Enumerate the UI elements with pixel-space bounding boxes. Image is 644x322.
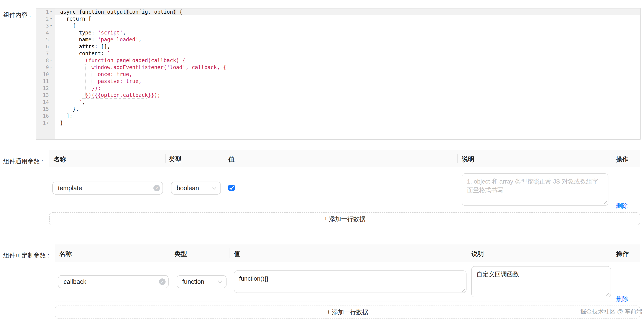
param-name-input[interactable] <box>58 275 168 288</box>
fold-toggle-icon[interactable]: ▾ <box>50 15 54 22</box>
code-line[interactable]: 7 content: ` <box>36 50 640 57</box>
code-text: `, <box>60 99 640 106</box>
add-row-label: 添加一行数据 <box>329 216 366 222</box>
code-line[interactable]: 9▾ window.addEventListener('load', callb… <box>36 64 640 71</box>
col-header-action: 操作 <box>616 155 628 164</box>
line-number: 16 <box>36 113 49 119</box>
fold-toggle-icon[interactable]: ▾ <box>50 57 54 64</box>
col-header-name: 名称 <box>59 250 72 258</box>
delete-row-button[interactable]: 删除 <box>616 293 628 306</box>
code-line[interactable]: 16 ]; <box>36 113 640 119</box>
line-number: 7 <box>36 50 49 57</box>
line-number: 9 <box>36 64 49 71</box>
add-row-button[interactable]: +添加一行数据 <box>55 306 640 319</box>
line-number: 17 <box>36 119 49 126</box>
custom-params-table: 名称 类型 值 说明 操作 × function function(){} 自 <box>55 244 640 301</box>
resize-handle-icon[interactable] <box>603 201 607 204</box>
chevron-down-icon <box>212 186 217 191</box>
code-line[interactable]: 12 }); <box>36 85 640 92</box>
fold-toggle-icon[interactable]: ▾ <box>50 64 54 71</box>
col-header-value: 值 <box>228 155 234 164</box>
line-number: 10 <box>36 71 49 78</box>
line-number: 13 <box>36 92 49 99</box>
param-name-input[interactable] <box>52 181 163 195</box>
code-editor[interactable]: 1▾async function output(config, option) … <box>36 8 640 140</box>
select-value: function <box>182 276 204 288</box>
code-lines: 1▾async function output(config, option) … <box>36 8 640 126</box>
code-text: passive: true, <box>60 78 640 85</box>
code-text: { <box>60 22 640 29</box>
code-text: } <box>60 119 640 126</box>
code-text: return [ <box>60 15 640 22</box>
col-header-type: 类型 <box>174 250 187 258</box>
code-text: attrs: [], <box>60 43 640 50</box>
code-text: (function pageLoaded(callback) { <box>60 57 640 64</box>
common-param-row: × boolean 删除 <box>49 167 640 207</box>
header-separator <box>171 248 171 258</box>
common-params-label: 组件通用参数 : <box>3 157 43 165</box>
resize-handle-icon[interactable] <box>461 289 465 293</box>
code-text: type: 'script', <box>60 29 640 36</box>
param-desc-textarea[interactable] <box>462 173 608 206</box>
col-header-desc: 说明 <box>462 155 474 164</box>
code-text: once: true, <box>60 71 640 78</box>
code-line[interactable]: 10 once: true, <box>36 71 640 78</box>
param-value-checkbox[interactable] <box>228 185 235 191</box>
col-header-value: 值 <box>234 250 240 258</box>
col-header-name: 名称 <box>54 155 66 164</box>
code-line[interactable]: 4 type: 'script', <box>36 29 640 36</box>
code-line[interactable]: 3▾ { <box>36 22 640 29</box>
line-number: 4 <box>36 29 49 36</box>
code-line[interactable]: 17} <box>36 119 640 126</box>
code-line[interactable]: 6 attrs: [], <box>36 43 640 50</box>
resize-handle-icon[interactable] <box>606 292 610 296</box>
col-header-desc: 说明 <box>471 250 484 258</box>
code-text: }, <box>60 106 640 113</box>
param-type-select[interactable]: boolean <box>171 181 221 195</box>
watermark-text: 掘金技术社区 @ 车前端 <box>580 308 642 316</box>
line-number: 3 <box>36 22 49 29</box>
header-separator <box>224 154 224 163</box>
header-separator <box>230 248 230 258</box>
line-number: 1 <box>36 8 49 15</box>
code-text: async function output(config, option) { <box>60 8 640 15</box>
component-config-page: 组件内容 : 1▾async function output(config, o… <box>0 0 644 322</box>
chevron-down-icon <box>218 280 222 285</box>
code-line[interactable]: 5 name: 'page-loaded', <box>36 36 640 43</box>
fold-toggle-icon[interactable]: ▾ <box>50 8 54 15</box>
param-desc-textarea[interactable]: 自定义回调函数 <box>471 266 611 297</box>
fold-toggle-icon[interactable]: ▾ <box>50 22 54 29</box>
code-line[interactable]: 15 }, <box>36 106 640 113</box>
line-number: 6 <box>36 43 49 50</box>
code-line[interactable]: 13 })({{option.callback}}); <box>36 92 640 99</box>
line-number: 11 <box>36 78 49 85</box>
common-table-header: 名称 类型 值 说明 操作 <box>49 150 640 167</box>
clear-input-icon[interactable]: × <box>159 279 166 285</box>
line-number: 8 <box>36 57 49 64</box>
common-params-table: 名称 类型 值 说明 操作 × boolean <box>49 150 640 207</box>
delete-row-button[interactable]: 删除 <box>616 199 628 212</box>
plus-icon: + <box>327 308 331 316</box>
line-number: 5 <box>36 36 49 43</box>
line-number: 15 <box>36 106 49 113</box>
line-number: 14 <box>36 99 49 106</box>
code-line[interactable]: 2▾ return [ <box>36 15 640 22</box>
code-text: window.addEventListener('load', callback… <box>60 64 640 71</box>
select-value: boolean <box>176 182 199 194</box>
param-value-textarea[interactable]: function(){} <box>234 270 466 293</box>
code-text: ]; <box>60 113 640 119</box>
add-row-label: 添加一行数据 <box>332 309 368 316</box>
add-row-button[interactable]: +添加一行数据 <box>49 212 640 225</box>
code-line[interactable]: 14 `, <box>36 99 640 106</box>
code-text: name: 'page-loaded', <box>60 36 640 43</box>
clear-input-icon[interactable]: × <box>154 185 160 191</box>
line-number: 12 <box>36 85 49 92</box>
custom-table-header: 名称 类型 值 说明 操作 <box>55 244 640 262</box>
col-header-type: 类型 <box>169 155 182 164</box>
code-line[interactable]: 11 passive: true, <box>36 78 640 85</box>
param-type-select[interactable]: function <box>176 275 226 288</box>
code-text: }); <box>60 85 640 92</box>
code-line[interactable]: 8▾ (function pageLoaded(callback) { <box>36 57 640 64</box>
col-header-action: 操作 <box>616 250 629 258</box>
code-line[interactable]: 1▾async function output(config, option) … <box>36 8 640 15</box>
